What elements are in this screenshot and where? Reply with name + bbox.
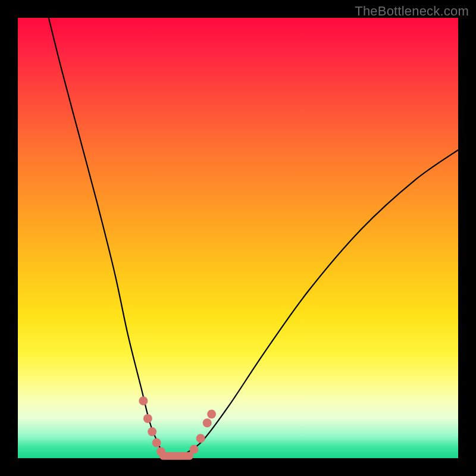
highlight-dot bbox=[203, 418, 212, 427]
highlight-dot bbox=[207, 410, 216, 419]
chart-frame: TheBottleneck.com bbox=[0, 0, 476, 476]
highlight-dot bbox=[152, 439, 161, 447]
bottleneck-curve bbox=[49, 18, 458, 459]
highlight-dot bbox=[196, 434, 205, 443]
highlight-dot bbox=[148, 427, 156, 436]
highlight-dot bbox=[139, 396, 148, 405]
highlight-dot bbox=[143, 414, 152, 423]
plot-area bbox=[18, 18, 458, 458]
curve-canvas bbox=[18, 18, 458, 458]
highlight-dot bbox=[190, 445, 199, 454]
highlight-dot bbox=[156, 447, 165, 456]
watermark-text: TheBottleneck.com bbox=[355, 4, 469, 19]
